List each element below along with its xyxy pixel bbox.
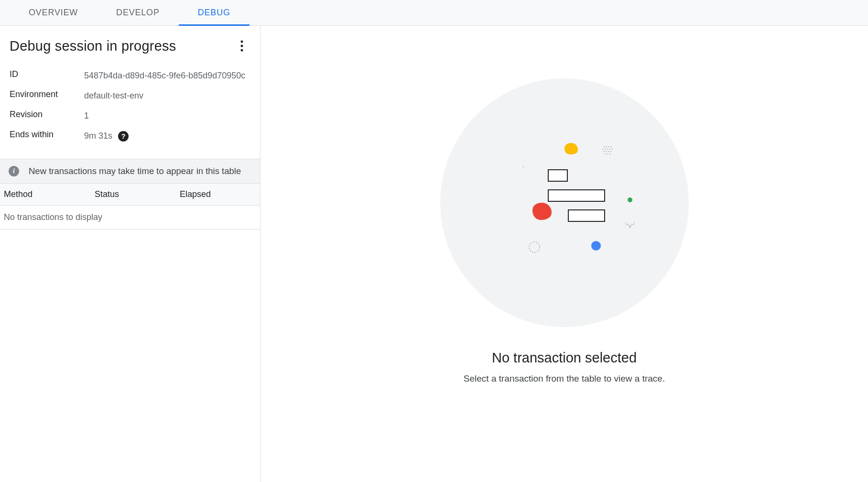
svg-point-1 (241, 45, 243, 47)
svg-point-9 (606, 151, 607, 152)
row-revision: Revision 1 (10, 106, 250, 126)
svg-point-2 (241, 49, 243, 52)
tab-debug[interactable]: DEBUG (179, 0, 250, 25)
dotted-circle-icon (528, 241, 541, 253)
svg-point-25 (626, 224, 627, 225)
label-ends-within: Ends within (10, 130, 84, 140)
svg-point-15 (604, 146, 605, 147)
svg-point-24 (634, 222, 635, 223)
tab-overview[interactable]: OVERVIEW (10, 0, 97, 25)
blue-dot-icon (591, 241, 601, 251)
svg-point-5 (607, 149, 608, 150)
svg-point-11 (610, 151, 611, 152)
info-banner: i New transactions may take time to appe… (0, 159, 260, 184)
info-icon: i (9, 166, 19, 176)
svg-point-6 (609, 149, 610, 150)
value-revision: 1 (84, 110, 250, 123)
empty-state-subtitle: Select a transaction from the table to v… (464, 373, 665, 384)
svg-point-29 (633, 224, 634, 225)
svg-point-16 (606, 146, 607, 147)
col-header-elapsed: Elapsed (180, 189, 256, 199)
wireframe-box-icon (548, 169, 568, 182)
svg-point-28 (630, 226, 631, 227)
tab-bar: OVERVIEW DEVELOP DEBUG (0, 0, 868, 26)
svg-point-18 (611, 146, 612, 147)
svg-point-12 (605, 153, 606, 154)
svg-point-26 (629, 226, 629, 227)
wireframe-box-icon (568, 209, 605, 222)
empty-state-title: No transaction selected (492, 350, 637, 366)
value-environment: default-test-env (84, 89, 250, 103)
svg-point-22 (629, 225, 630, 226)
wireframe-box-icon (548, 189, 605, 202)
svg-point-23 (631, 224, 632, 225)
svg-point-19 (529, 242, 540, 252)
tab-develop[interactable]: DEVELOP (97, 0, 179, 25)
row-id: ID 5487b4da-d89d-485c-9fe6-b85d9d70950c (10, 66, 250, 86)
col-header-method: Method (4, 189, 95, 199)
transactions-empty-row: No transactions to display (0, 206, 260, 230)
session-title: Debug session in progress (10, 38, 176, 54)
chevron-dots-icon (625, 222, 635, 229)
value-ends-within: 9m 31s (84, 130, 112, 143)
svg-point-14 (609, 153, 610, 154)
left-pane: Debug session in progress ID 5487b4da-d8… (0, 26, 260, 482)
label-revision: Revision (10, 110, 84, 120)
svg-point-8 (603, 151, 604, 152)
green-dot-icon (628, 197, 632, 202)
right-pane: No transaction selected Select a transac… (260, 26, 868, 482)
red-blob-icon (532, 203, 552, 220)
yellow-blob-icon (564, 143, 578, 154)
svg-point-27 (629, 227, 630, 228)
label-id: ID (10, 69, 84, 79)
svg-point-13 (607, 153, 608, 154)
svg-point-0 (241, 41, 243, 43)
row-environment: Environment default-test-env (10, 86, 250, 106)
svg-point-10 (608, 151, 609, 152)
more-vert-icon (240, 40, 243, 52)
col-header-status: Status (95, 189, 180, 199)
transactions-table-header: Method Status Elapsed (0, 184, 260, 206)
more-actions-button[interactable] (233, 37, 250, 55)
dot-grid-icon (602, 145, 614, 155)
svg-point-7 (612, 149, 613, 150)
info-banner-text: New transactions may take time to appear… (29, 166, 241, 176)
svg-point-17 (608, 146, 609, 147)
svg-point-3 (602, 149, 603, 150)
label-environment: Environment (10, 89, 84, 99)
row-ends-within: Ends within 9m 31s ? (10, 126, 250, 146)
svg-point-20 (625, 222, 626, 223)
svg-point-21 (628, 224, 629, 225)
session-header: Debug session in progress ID 5487b4da-d8… (0, 26, 260, 159)
value-id: 5487b4da-d89d-485c-9fe6-b85d9d70950c (84, 69, 250, 83)
help-icon[interactable]: ? (118, 131, 129, 142)
empty-state-illustration (440, 78, 689, 327)
faint-dot-icon (522, 166, 524, 168)
svg-point-4 (605, 149, 606, 150)
